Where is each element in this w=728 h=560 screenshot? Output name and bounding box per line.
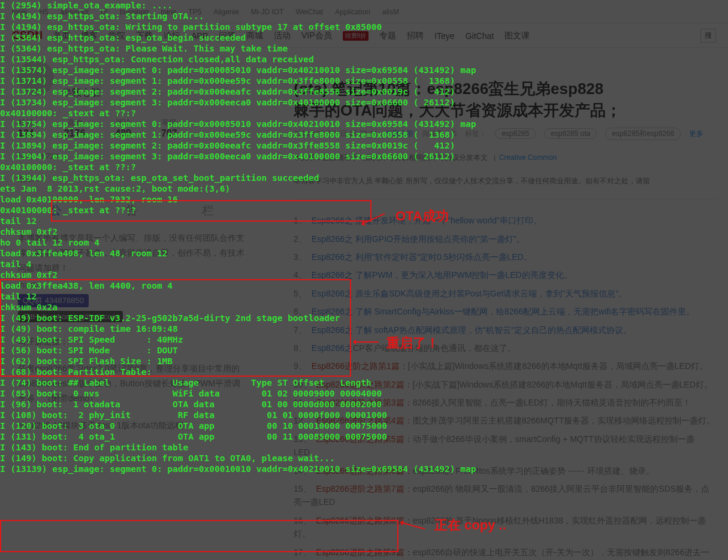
article-link[interactable]: Esp8266进阶之路第4篇：	[316, 416, 413, 425]
article-title: (ota) 笔记第10篇：esp8266蛮生兄弟esp828	[294, 78, 716, 99]
github-badge[interactable]: GitHub xuhongv.github.com	[18, 311, 123, 322]
side-tab[interactable]: 栏	[202, 202, 214, 219]
side-tabs: 公 告 栏	[18, 202, 246, 219]
tab-item[interactable]: Mi-JD IOT	[251, 8, 284, 16]
open-src-label: 写开源链接：	[18, 334, 246, 349]
article-main: (ota) 笔记第10篇：esp8266蛮生兄弟esp828 棘手的OTA问题，…	[282, 72, 728, 560]
nav-item[interactable]: ITeye	[434, 31, 454, 41]
nav-item[interactable]: 问答	[219, 31, 235, 41]
tag[interactable]: esp8285 ota	[544, 128, 597, 139]
side-text: esp8266-12模块基于rtos3.1版本ota功能远程	[18, 418, 246, 433]
tab-item[interactable]: WeiChat	[296, 8, 324, 16]
article-link[interactable]: Esp8266之 了解PWM，更为深入地用PWM控制一盏LED的亮度变化。	[312, 270, 572, 280]
nav-item[interactable]: GitChat	[466, 31, 494, 41]
browser-tab-bar: tools H5 aliyun iot UI bussinon mine TP5…	[0, 0, 728, 24]
nav-item[interactable]: 下载	[136, 31, 153, 41]
qq-group-badge[interactable]: QQ群 434878850	[18, 294, 89, 307]
list-item: 17、Esp8266进阶之路第9篇：esp8266自研的快速上电开关五次（开-关…	[294, 543, 716, 560]
article-link[interactable]: Esp8266之 了解 softAP热点配网模式原理，仿"机智云"定义自己的热点…	[312, 325, 632, 335]
list-item: 9、Esp8266进阶之路第1篇：[小实战上篇]Windows系统搭建8266的…	[294, 357, 716, 375]
nav-item[interactable]: 学院	[108, 31, 125, 41]
tab-item[interactable]: Application	[335, 8, 370, 16]
nav-item[interactable]: 博客	[81, 31, 98, 41]
tab-item[interactable]: H5	[39, 8, 48, 16]
avatar[interactable]	[18, 60, 54, 96]
article-link[interactable]: Esp8266进阶之路第7篇：	[316, 484, 413, 494]
list-item: 14、Esp8266进阶之路第6篇：esp8266的 FreeRtos系统学习的…	[294, 462, 716, 480]
list-item: 7、Esp8266之 了解 softAP热点配网模式原理，仿"机智云"定义自己的…	[294, 321, 716, 339]
list-item: 15、Esp8266进阶之路第7篇：esp8266的 物联网又一股清流，8266…	[294, 480, 716, 511]
side-text: 任者esp8266学习rtos3.0笔记第9章，整理分享项目中常用的esp826…	[18, 361, 246, 407]
article-link[interactable]: Esp8266进阶之路第3篇：	[316, 398, 413, 407]
article-link[interactable]: Esp8266进阶之路第1篇：	[312, 361, 408, 371]
csdn-page-background: tools H5 aliyun iot UI bussinon mine TP5…	[0, 0, 728, 560]
article-author[interactable]: 半颗心脏	[385, 129, 414, 139]
reads-label: 阅读数	[422, 129, 444, 139]
tab-item[interactable]: UI	[101, 8, 108, 16]
side-tab[interactable]: 公	[50, 202, 62, 219]
article-link[interactable]: Esp8266进阶之路第2篇：	[316, 380, 413, 389]
stat-likes: 喜欢 2176	[64, 117, 86, 139]
tab-item[interactable]: aliyun iot	[61, 8, 89, 16]
article-list: 1、Esp8266之 搭建开发环境，开始一个"hellow world"串口打印…	[294, 211, 716, 560]
list-item: 3、Esp8266之 利用"软件定时器"定时0.5秒闪烁点亮一盏LED。	[294, 248, 716, 266]
article-link[interactable]: Esp8266进阶之路第9篇：	[316, 547, 413, 557]
side-desc: 本博客所有博文是我一个人编写、排版，没有任何团队合作支撑，网络水军喷子甚多，文章…	[18, 231, 246, 276]
site-nav: CSDN 首页 博客 学院 下载 论坛 APP 问答 商城 活动 VIP会员 续…	[0, 24, 728, 48]
annotation-text-copy: 正在 copy ..	[434, 516, 506, 534]
author-sidebar: 半颗心脏 粉丝 124 喜欢 2176 评论 489 等级 707 排名：672…	[0, 48, 264, 446]
article-link[interactable]: Esp8266之 利用GPIO开始使用按钮点亮你的"第一盏灯"。	[312, 234, 525, 244]
nav-item[interactable]: 论坛	[164, 31, 180, 41]
list-item: 2、Esp8266之 利用GPIO开始使用按钮点亮你的"第一盏灯"。	[294, 230, 716, 248]
license-link[interactable]: Creative Common	[499, 153, 557, 162]
tab-item[interactable]: tools	[12, 8, 27, 16]
annotation-arrow-2	[355, 341, 379, 343]
vip-badge: 续费9折	[343, 31, 369, 41]
list-item: 12、Esp8266进阶之路第4篇：图文并茂学习阿里云主机搭建8266MQTT服…	[294, 411, 716, 429]
tag[interactable]: esp8285	[495, 128, 536, 139]
list-item: 4、Esp8266之 了解PWM，更为深入地用PWM控制一盏LED的亮度变化。	[294, 266, 716, 284]
stat-comments: 评论 489	[115, 117, 131, 139]
side-tab[interactable]: 告	[126, 202, 138, 219]
nav-item[interactable]: 商城	[246, 31, 263, 41]
divider	[294, 199, 716, 199]
nav-item[interactable]: 招聘	[407, 31, 424, 41]
tab-item[interactable]: mine	[161, 8, 176, 16]
nav-item[interactable]: 活动	[274, 31, 291, 41]
nav-item[interactable]: APP	[191, 31, 208, 41]
list-item: 1、Esp8266之 搭建开发环境，开始一个"hellow world"串口打印…	[294, 211, 716, 229]
tab-item[interactable]: bussinon	[120, 8, 149, 16]
more-link[interactable]: 更多	[689, 129, 703, 139]
logo[interactable]: CSDN	[12, 29, 43, 42]
license-text: 本文章，且必须基于与原先许可协议相同的许可协议分发本文 （ Creative C…	[294, 152, 716, 164]
author-name[interactable]: 半颗心脏	[62, 87, 101, 98]
tab-item[interactable]: TP5	[188, 8, 201, 16]
thanks-text: thanks！	[18, 280, 246, 290]
article-link[interactable]: Esp8266进阶之路第5篇：	[316, 434, 413, 444]
tag[interactable]: esp8285和esp8266	[605, 128, 681, 140]
nav-item[interactable]: 首页	[53, 31, 70, 41]
article-link[interactable]: Esp8266之 原生乐鑫SDK高级使用之封装Post与Get请求云端，拿到"天…	[312, 289, 627, 298]
article-meta: 2019年07月24日 17:29:44 半颗心脏 阅读数 5 标签： esp8…	[294, 128, 716, 140]
article-link[interactable]: Esp8266之 了解 SmartConfig与Airkiss一键配网，给826…	[312, 307, 694, 316]
list-item: 6、Esp8266之 了解 SmartConfig与Airkiss一键配网，给8…	[294, 302, 716, 320]
annotation-text-restart: 重启了！	[386, 334, 439, 352]
author-stats: 粉丝 124 喜欢 2176 评论 489 等级 707	[18, 117, 246, 139]
list-item: 13、Esp8266进阶之路第5篇：动手做个8266毕设小案例，smartCon…	[294, 430, 716, 462]
stat-level: 等级 707	[161, 117, 177, 139]
tab-item[interactable]: alisM	[382, 8, 399, 16]
reads-value: 5	[452, 129, 457, 138]
list-item: 5、Esp8266之 原生乐鑫SDK高级使用之封装Post与Get请求云端，拿到…	[294, 284, 716, 302]
article-title-2: 棘手的OTA问题，大大节省资源成本开发产品；	[294, 99, 716, 121]
nav-item[interactable]: 专题	[379, 31, 396, 41]
article-link[interactable]: Esp8266之 利用"软件定时器"定时0.5秒闪烁点亮一盏LED。	[312, 252, 532, 262]
nav-item[interactable]: VIP会员	[301, 31, 332, 41]
stat-fans: 粉丝 124	[18, 117, 34, 139]
nav-item[interactable]: 图文课	[505, 31, 530, 41]
author-note: 本博客学习中非官方人员 半颗心脏 所所写，仅仅做个人技术交流分享，不做任何商业用…	[294, 175, 716, 187]
article-link[interactable]: Esp8266进阶之路第6篇：	[316, 466, 413, 476]
article-link[interactable]: Esp8266之	[312, 343, 353, 353]
rank: 排名：6728	[18, 151, 246, 162]
tab-item[interactable]: Aligenie	[213, 8, 239, 16]
search-input[interactable]: 搜	[700, 29, 716, 43]
